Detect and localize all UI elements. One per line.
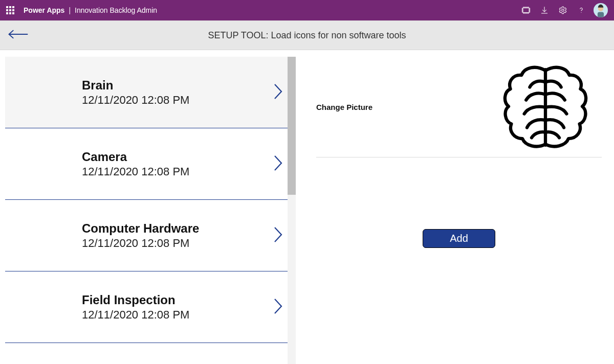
tool-list-item[interactable]: Computer Hardware 12/11/2020 12:08 PM [5,200,296,271]
svg-rect-0 [523,8,529,13]
brand-separator: | [69,6,71,14]
fit-to-window-icon[interactable] [517,0,535,20]
list-scrollbar[interactable] [288,57,296,364]
detail-panel: Change Picture [296,50,614,364]
back-button[interactable] [7,28,29,42]
svg-rect-10 [598,12,604,18]
change-picture-label: Change Picture [316,103,372,111]
tool-date: 12/11/2020 12:08 PM [82,165,189,178]
app-topbar: Power Apps | Innovation Backlog Admin [0,0,614,20]
tool-name: Camera [82,150,189,164]
tool-list-item[interactable]: Camera 12/11/2020 12:08 PM [5,128,296,200]
tool-list-panel: Brain 12/11/2020 12:08 PM Camera 12/11/2… [0,50,296,364]
help-icon[interactable] [572,0,590,20]
svg-point-7 [562,9,564,12]
page-header: SETUP TOOL: Load icons for non software … [0,20,614,50]
brain-icon [499,61,591,153]
chevron-right-icon [273,226,283,245]
chevron-right-icon [273,298,283,317]
user-avatar[interactable] [594,3,608,17]
tool-name: Brain [82,78,189,93]
chevron-right-icon [273,154,283,174]
tool-list-item[interactable]: Brain 12/11/2020 12:08 PM [5,57,296,128]
app-name-label: Innovation Backlog Admin [75,6,157,14]
tool-name: Computer Hardware [82,221,199,236]
tool-date: 12/11/2020 12:08 PM [82,94,189,107]
tool-date: 12/11/2020 12:08 PM [82,237,199,250]
tool-date: 12/11/2020 12:08 PM [82,308,189,322]
chevron-right-icon [273,83,283,102]
change-picture-row[interactable]: Change Picture [316,57,602,157]
tool-list-item[interactable]: Field Inspection 12/11/2020 12:08 PM [5,271,296,343]
svg-point-8 [581,12,581,13]
gear-icon[interactable] [554,0,572,20]
tool-name: Field Inspection [82,293,189,307]
waffle-icon[interactable] [6,6,14,14]
add-button[interactable]: Add [423,229,495,248]
download-icon[interactable] [535,0,554,20]
brand-label: Power Apps [24,6,64,14]
page-title: SETUP TOOL: Load icons for non software … [0,30,614,41]
